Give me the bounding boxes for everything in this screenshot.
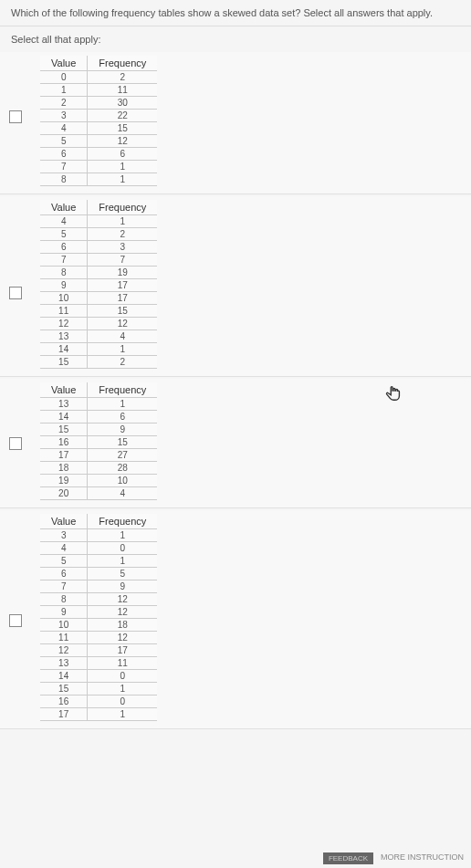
- table-row: 1910: [40, 475, 157, 487]
- table-row: 1018: [40, 619, 157, 632]
- col-header-value: Value: [40, 382, 88, 398]
- table-row: 812: [40, 593, 157, 606]
- table-row: 1828: [40, 462, 157, 475]
- table-row: 140: [40, 670, 157, 683]
- col-header-frequency: Frequency: [88, 56, 157, 71]
- table-row: 917: [40, 279, 157, 292]
- table-row: 1727: [40, 449, 157, 462]
- table-row: 66: [40, 148, 157, 161]
- table-row: 1115: [40, 305, 157, 318]
- table-row: 152: [40, 356, 157, 369]
- frequency-table: Value Frequency 41 52 63 77 819 917 1017…: [40, 200, 157, 369]
- col-header-value: Value: [40, 200, 88, 215]
- instruction-text: Select all that apply:: [0, 26, 471, 52]
- table-row: 63: [40, 241, 157, 254]
- table-row: 71: [40, 161, 157, 173]
- answer-option: Value Frequency 41 52 63 77 819 917 1017…: [0, 196, 471, 377]
- col-header-frequency: Frequency: [88, 200, 157, 215]
- table-row: 1311: [40, 657, 157, 670]
- table-row: 65: [40, 568, 157, 580]
- table-row: 81: [40, 173, 157, 186]
- frequency-table: Value Frequency 131 146 159 1615 1727 18…: [40, 382, 157, 500]
- table-row: 1212: [40, 318, 157, 330]
- checkbox[interactable]: [9, 110, 22, 123]
- table-row: 141: [40, 343, 157, 356]
- frequency-table: Value Frequency 31 40 51 65 79 812 912 1…: [40, 514, 157, 721]
- table-row: 40: [40, 542, 157, 555]
- table-row: 1615: [40, 436, 157, 449]
- answer-option: Value Frequency 02 111 230 322 415 512 6…: [0, 52, 471, 194]
- table-row: 131: [40, 398, 157, 411]
- answer-option: Value Frequency 31 40 51 65 79 812 912 1…: [0, 510, 471, 729]
- checkbox[interactable]: [9, 437, 22, 450]
- table-row: 415: [40, 122, 157, 135]
- table-row: 111: [40, 84, 157, 97]
- table-row: 1112: [40, 632, 157, 644]
- table-row: 79: [40, 580, 157, 593]
- table-row: 912: [40, 606, 157, 619]
- page-container: Which of the following frequency tables …: [0, 0, 471, 868]
- table-row: 134: [40, 330, 157, 343]
- table-row: 41: [40, 215, 157, 228]
- table-row: 02: [40, 71, 157, 84]
- table-row: 77: [40, 254, 157, 267]
- table-row: 146: [40, 411, 157, 424]
- checkbox[interactable]: [9, 614, 22, 627]
- table-row: 819: [40, 267, 157, 279]
- question-text: Which of the following frequency tables …: [0, 0, 471, 26]
- table-row: 230: [40, 97, 157, 110]
- table-row: 151: [40, 683, 157, 695]
- table-row: 160: [40, 695, 157, 708]
- table-header-row: Value Frequency: [40, 200, 157, 215]
- table-header-row: Value Frequency: [40, 514, 157, 529]
- col-header-frequency: Frequency: [88, 514, 157, 529]
- answer-option: Value Frequency 131 146 159 1615 1727 18…: [0, 379, 471, 508]
- table-row: 31: [40, 529, 157, 542]
- frequency-table: Value Frequency 02 111 230 322 415 512 6…: [40, 56, 157, 186]
- table-row: 171: [40, 708, 157, 721]
- more-instruction-link[interactable]: MORE INSTRUCTION: [381, 852, 464, 864]
- col-header-value: Value: [40, 56, 88, 71]
- feedback-button[interactable]: FEEDBACK: [323, 852, 373, 864]
- footer-bar: FEEDBACK MORE INSTRUCTION: [316, 849, 471, 868]
- col-header-value: Value: [40, 514, 88, 529]
- table-row: 322: [40, 110, 157, 122]
- checkbox[interactable]: [9, 287, 22, 299]
- col-header-frequency: Frequency: [88, 382, 157, 398]
- table-header-row: Value Frequency: [40, 56, 157, 71]
- table-row: 52: [40, 228, 157, 241]
- table-row: 512: [40, 135, 157, 148]
- table-row: 1017: [40, 292, 157, 305]
- table-header-row: Value Frequency: [40, 382, 157, 398]
- table-row: 1217: [40, 644, 157, 657]
- table-row: 159: [40, 424, 157, 436]
- table-row: 204: [40, 487, 157, 500]
- table-row: 51: [40, 555, 157, 568]
